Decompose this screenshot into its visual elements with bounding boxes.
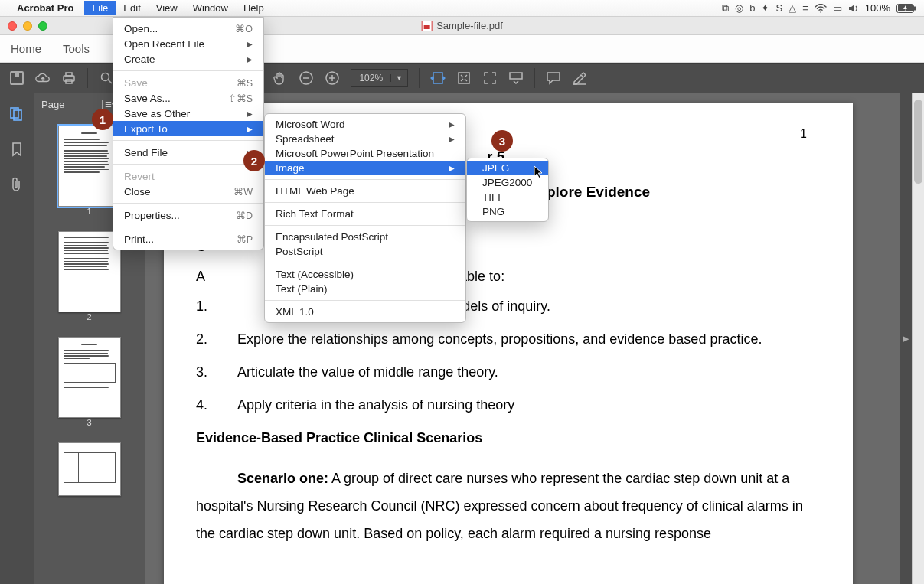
file-menu-dropdown: Open...⌘O Open Recent File▶ Create▶ Save… bbox=[113, 17, 264, 250]
page-number: 1 bbox=[800, 127, 807, 141]
cc-icon[interactable]: ◎ bbox=[735, 2, 743, 14]
fit-page-icon[interactable] bbox=[456, 70, 472, 86]
menu-edit[interactable]: Edit bbox=[116, 1, 148, 15]
svg-rect-13 bbox=[433, 73, 442, 83]
menu-save-as[interactable]: Save As...⇧⌘S bbox=[113, 90, 263, 106]
evernote-icon[interactable]: ✦ bbox=[761, 2, 769, 14]
fit-width-icon[interactable] bbox=[430, 70, 446, 86]
close-window-button[interactable] bbox=[8, 21, 17, 31]
svg-point-6 bbox=[102, 73, 109, 81]
menu-file[interactable]: File bbox=[84, 1, 116, 15]
export-spreadsheet[interactable]: Spreadsheet▶ bbox=[265, 132, 465, 146]
vertical-scrollbar[interactable] bbox=[912, 93, 924, 584]
thumbnail-label: 1 bbox=[58, 207, 121, 216]
search-icon[interactable] bbox=[99, 70, 114, 86]
svg-rect-17 bbox=[11, 108, 18, 118]
window-title: Sample-file.pdf bbox=[421, 20, 503, 31]
menu-extra-icon[interactable]: ≡ bbox=[802, 2, 808, 14]
export-word[interactable]: Microsoft Word▶ bbox=[265, 117, 465, 132]
b-icon[interactable]: b bbox=[749, 2, 755, 14]
thumbnail-page-3[interactable] bbox=[58, 337, 121, 418]
s-icon[interactable]: S bbox=[775, 2, 782, 14]
wifi-icon[interactable] bbox=[815, 4, 827, 13]
export-eps[interactable]: Encapsulated PostScript bbox=[265, 230, 465, 244]
zoom-in-icon[interactable] bbox=[325, 70, 340, 86]
menu-help[interactable]: Help bbox=[236, 1, 272, 15]
print-icon[interactable] bbox=[61, 70, 77, 86]
save-icon[interactable] bbox=[9, 70, 24, 86]
window-filename: Sample-file.pdf bbox=[436, 20, 503, 31]
attachments-icon[interactable] bbox=[8, 176, 25, 193]
export-to-submenu: Microsoft Word▶ Spreadsheet▶ Microsoft P… bbox=[264, 113, 466, 323]
pdf-file-icon bbox=[421, 21, 432, 31]
list-item: 2.Explore the relationships among concep… bbox=[196, 331, 821, 347]
battery-percent[interactable]: 100% bbox=[865, 2, 890, 14]
fullscreen-icon[interactable] bbox=[482, 70, 498, 86]
menu-export-to[interactable]: Export To▶ bbox=[113, 121, 263, 136]
annotation-badge-3: 3 bbox=[491, 130, 513, 152]
thumbnails-header: Page bbox=[41, 99, 64, 110]
thumbnail-label: 3 bbox=[58, 418, 121, 427]
svg-rect-14 bbox=[459, 73, 469, 83]
battery-icon[interactable] bbox=[896, 4, 916, 13]
thumbnail-page-4[interactable] bbox=[58, 442, 121, 496]
svg-rect-1 bbox=[914, 6, 916, 10]
ebp-heading: Evidence-Based Practice Clinical Scenari… bbox=[196, 430, 821, 446]
scrollbar-thumb[interactable] bbox=[914, 100, 922, 184]
thumbnail-page-2[interactable] bbox=[58, 231, 121, 312]
thumbnail-page-1[interactable] bbox=[58, 126, 121, 207]
menu-open-recent[interactable]: Open Recent File▶ bbox=[113, 36, 263, 51]
cloud-upload-icon[interactable] bbox=[35, 70, 51, 86]
svg-line-7 bbox=[109, 80, 113, 84]
export-html[interactable]: HTML Web Page bbox=[265, 184, 465, 198]
highlight-icon[interactable] bbox=[572, 70, 587, 86]
menu-revert: Revert bbox=[113, 168, 263, 184]
comment-icon[interactable] bbox=[546, 70, 561, 86]
export-text-plain[interactable]: Text (Plain) bbox=[265, 282, 465, 296]
menu-send-file[interactable]: Send File▶ bbox=[113, 145, 263, 160]
bookmarks-icon[interactable] bbox=[8, 141, 25, 158]
export-xml[interactable]: XML 1.0 bbox=[265, 305, 465, 319]
volume-icon[interactable] bbox=[848, 4, 859, 13]
zoom-window-button[interactable] bbox=[38, 21, 47, 31]
export-text-acc[interactable]: Text (Accessible) bbox=[265, 267, 465, 282]
export-ps[interactable]: PostScript bbox=[265, 244, 465, 259]
annotation-badge-1: 1 bbox=[92, 109, 113, 130]
menu-properties[interactable]: Properties...⌘D bbox=[113, 207, 263, 223]
traffic-lights bbox=[0, 21, 47, 31]
menu-create[interactable]: Create▶ bbox=[113, 51, 263, 67]
app-name[interactable]: Acrobat Pro bbox=[17, 2, 73, 14]
menu-save: Save⌘S bbox=[113, 75, 263, 90]
left-rail bbox=[0, 93, 34, 584]
minimize-window-button[interactable] bbox=[23, 21, 32, 31]
zoom-dropdown[interactable]: 102%▼ bbox=[351, 69, 408, 87]
menu-close[interactable]: Close⌘W bbox=[113, 184, 263, 199]
read-mode-icon[interactable] bbox=[508, 70, 524, 86]
hand-tool-icon[interactable] bbox=[273, 70, 288, 86]
dropbox-icon[interactable]: ⧉ bbox=[722, 2, 729, 15]
svg-rect-18 bbox=[14, 110, 21, 120]
export-tiff[interactable]: TIFF bbox=[467, 190, 548, 204]
chevron-down-icon: ▼ bbox=[390, 74, 407, 82]
menu-print[interactable]: Print...⌘P bbox=[113, 231, 263, 246]
menu-save-other[interactable]: Save as Other▶ bbox=[113, 106, 263, 121]
export-image[interactable]: Image▶ bbox=[265, 161, 465, 175]
display-icon[interactable]: ▭ bbox=[833, 2, 842, 14]
menu-window[interactable]: Window bbox=[185, 1, 236, 15]
tab-home[interactable]: Home bbox=[11, 42, 41, 55]
drive-icon[interactable]: △ bbox=[789, 2, 796, 14]
thumbnails-panel-icon[interactable] bbox=[8, 106, 25, 122]
scenario-paragraph: Scenario one: A group of direct care nur… bbox=[196, 465, 821, 547]
zoom-value: 102% bbox=[351, 73, 390, 83]
menu-open[interactable]: Open...⌘O bbox=[113, 21, 263, 36]
svg-rect-4 bbox=[66, 73, 72, 76]
right-panel-toggle[interactable]: ▶ bbox=[900, 93, 912, 584]
export-ppt[interactable]: Microsoft PowerPoint Presentation bbox=[265, 146, 465, 161]
menu-view[interactable]: View bbox=[149, 1, 185, 15]
annotation-badge-2: 2 bbox=[243, 150, 265, 171]
list-item: 3.Articulate the value of middle range t… bbox=[196, 364, 821, 380]
tab-tools[interactable]: Tools bbox=[63, 42, 90, 55]
zoom-out-icon[interactable] bbox=[299, 70, 314, 86]
export-png[interactable]: PNG bbox=[467, 204, 548, 219]
export-rtf[interactable]: Rich Text Format bbox=[265, 207, 465, 221]
